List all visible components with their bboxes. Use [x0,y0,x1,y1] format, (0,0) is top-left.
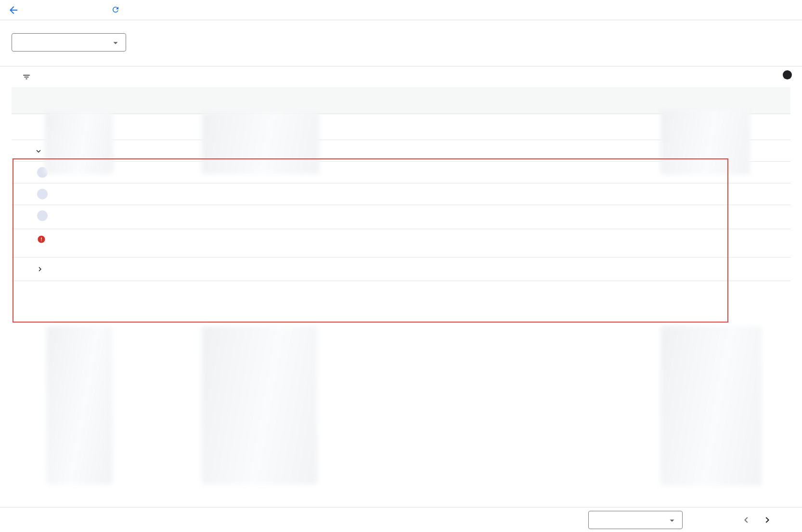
response-parameters-row [12,258,790,281]
execution-logs-page [0,0,802,532]
page-size-select[interactable] [588,511,683,529]
string-type-badge [37,167,48,178]
region-select[interactable] [12,33,126,52]
param-row-failedtasknumber [12,205,790,229]
table-header-row [12,87,790,114]
filter-bar [0,66,802,87]
next-page-icon[interactable] [762,514,773,526]
request-parameters-heading [12,114,790,140]
redacted-region [46,326,113,484]
back-icon[interactable] [8,4,19,16]
error-icon [206,146,214,155]
redacted-region [202,326,317,484]
param-row-commonerrorcode [12,183,790,205]
refresh-logs-button[interactable] [111,5,122,14]
error-icon [37,235,46,244]
redacted-region [660,326,762,486]
task-status [206,146,218,155]
string-type-badge [37,189,48,199]
previous-page-icon[interactable] [740,514,752,526]
help-icon[interactable] [783,70,792,79]
param-row-resturl [12,162,790,183]
refresh-icon [111,5,120,14]
execution-logs-table [12,87,790,281]
chevron-down-icon [667,515,677,528]
top-bar [0,0,802,20]
pagination-bar [0,507,802,532]
string-type-badge [37,210,48,221]
expand-response-parameters-button[interactable] [36,265,44,273]
collapse-task-button[interactable] [34,147,43,156]
param-row-errormessage [12,229,790,258]
filter-icon [22,73,31,83]
task-attempt-row [12,140,790,162]
chevron-down-icon [110,38,121,50]
execution-log-filter-input[interactable] [52,70,630,84]
